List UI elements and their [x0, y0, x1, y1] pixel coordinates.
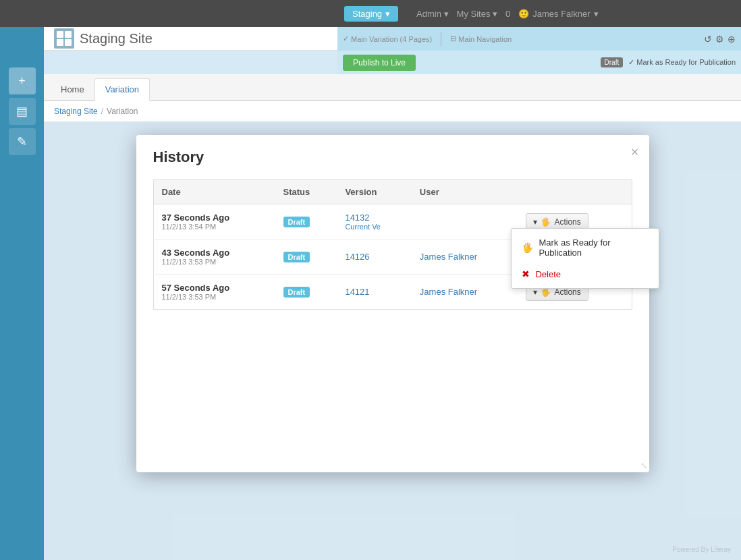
- row3-version-link[interactable]: 14121: [345, 287, 369, 297]
- row1-date-primary: 37 Seconds Ago: [162, 213, 267, 223]
- table-header-row: Date Status Version User: [153, 180, 632, 204]
- user-avatar-icon: 🙂: [518, 9, 529, 19]
- row2-draft-badge: Draft: [283, 252, 310, 262]
- user-menu[interactable]: 🙂 James Falkner ▾: [518, 9, 598, 19]
- main-variation-label: Main Variation (4 Pages): [351, 35, 432, 43]
- main-variation-check: ✓ Main Variation (4 Pages): [343, 34, 432, 43]
- mark-ready-text: ✓ Mark as Ready for Publication: [628, 58, 736, 67]
- row1-status: Draft: [275, 204, 337, 240]
- sidebar-icon-pages[interactable]: ▤: [9, 98, 36, 125]
- nav-tabs-bar: Home Variation: [44, 74, 741, 101]
- row2-date: 43 Seconds Ago 11/2/13 3:53 PM: [153, 240, 275, 275]
- user-name: James Falkner: [532, 9, 590, 19]
- delete-label: Delete: [535, 269, 561, 279]
- publish-button[interactable]: Publish to Live: [343, 55, 416, 71]
- staging-dropdown[interactable]: Staging ▾: [344, 6, 398, 22]
- row3-date-primary: 57 Seconds Ago: [162, 283, 267, 293]
- row1-dropdown: 🖐 Mark as Ready for Publication ✖ Delete: [511, 228, 659, 289]
- row2-user: James Falkner: [412, 240, 518, 275]
- row2-date-primary: 43 Seconds Ago: [162, 248, 267, 258]
- delete-icon: ✖: [522, 269, 530, 279]
- col-version: Version: [337, 180, 411, 204]
- row2-version-link[interactable]: 14126: [345, 252, 369, 262]
- row1-date-secondary: 11/2/13 3:54 PM: [162, 223, 267, 231]
- row2-version: 14126: [337, 240, 411, 275]
- mark-ready-icon: 🖐: [522, 242, 533, 253]
- row2-date-secondary: 11/2/13 3:53 PM: [162, 258, 267, 266]
- modal-close-button[interactable]: ×: [631, 145, 639, 159]
- row1-version: 14132 Current Ve: [337, 204, 411, 240]
- modal-title: History: [153, 148, 632, 166]
- logo-icon: [54, 28, 74, 49]
- row1-date: 37 Seconds Ago 11/2/13 3:54 PM: [153, 204, 275, 240]
- left-sidebar: + ▤ ✎: [0, 0, 44, 560]
- breadcrumb-staging-site[interactable]: Staging Site: [54, 107, 98, 116]
- history-modal: History × Date Status Version User: [136, 135, 649, 472]
- top-nav: Staging ▾ Admin ▾ My Sites ▾ 0 🙂 James F…: [0, 0, 741, 27]
- my-sites-menu[interactable]: My Sites ▾: [457, 9, 497, 19]
- tertiary-toolbar: Publish to Live Draft ✓ Mark as Ready fo…: [337, 51, 741, 74]
- content-area: Powered By Liferay History × Date Status…: [44, 121, 741, 560]
- mark-ready-item[interactable]: 🖐 Mark as Ready for Publication: [512, 232, 659, 263]
- row1-version-link[interactable]: 14132: [345, 213, 369, 223]
- row1-actions-chevron: ▾: [533, 217, 537, 227]
- site-name: Staging Site: [80, 31, 153, 47]
- row3-draft-badge: Draft: [283, 287, 310, 298]
- row3-status: Draft: [275, 275, 337, 310]
- row1-actions-cell: ▾ 🖐 Actions 🖐 Mark as Ready for Publicat…: [518, 204, 632, 240]
- table-row: 37 Seconds Ago 11/2/13 3:54 PM Draft 141…: [153, 204, 632, 240]
- notifications-count: 0: [505, 9, 510, 19]
- breadcrumb-separator: /: [101, 107, 103, 116]
- tab-variation[interactable]: Variation: [94, 78, 150, 101]
- settings-icon[interactable]: ⚙: [715, 34, 724, 45]
- row2-status: Draft: [275, 240, 337, 275]
- history-table: Date Status Version User 37 Seconds Ago …: [153, 179, 632, 310]
- staging-label: Staging: [352, 9, 382, 19]
- delete-item[interactable]: ✖ Delete: [512, 263, 659, 285]
- row3-version: 14121: [337, 275, 411, 310]
- breadcrumb: Staging Site / Variation: [44, 101, 741, 121]
- sidebar-icon-settings[interactable]: ✎: [9, 128, 36, 155]
- col-actions: [518, 180, 632, 204]
- refresh-icon[interactable]: ↺: [704, 34, 712, 45]
- row3-user: James Falkner: [412, 275, 518, 310]
- row1-version-note: Current Ve: [345, 223, 403, 231]
- row1-user: [412, 204, 518, 240]
- row3-date-secondary: 11/2/13 3:53 PM: [162, 293, 267, 301]
- row1-draft-badge: Draft: [283, 217, 310, 227]
- site-logo: Staging Site: [54, 28, 153, 49]
- admin-menu[interactable]: Admin ▾: [416, 9, 448, 19]
- row3-date: 57 Seconds Ago 11/2/13 3:53 PM: [153, 275, 275, 310]
- main-navigation-check: ⊟ Main Navigation: [450, 34, 512, 43]
- main-navigation-label: Main Navigation: [458, 35, 512, 43]
- modal-resize-handle[interactable]: ⤡: [640, 461, 647, 470]
- row3-user-link[interactable]: James Falkner: [420, 287, 477, 297]
- col-user: User: [412, 180, 518, 204]
- col-status: Status: [275, 180, 337, 204]
- mark-ready-label: Mark as Ready for Publication: [539, 237, 649, 258]
- draft-badge: Draft: [601, 57, 624, 67]
- col-date: Date: [153, 180, 275, 204]
- row1-actions-label: Actions: [554, 217, 580, 227]
- gear-icon[interactable]: ⊕: [728, 34, 736, 45]
- sidebar-icon-add[interactable]: +: [9, 67, 36, 94]
- tab-home[interactable]: Home: [51, 79, 94, 100]
- staging-chevron: ▾: [385, 9, 390, 19]
- row2-user-link[interactable]: James Falkner: [420, 252, 477, 262]
- check-icon: ✓: [343, 34, 349, 43]
- nav-icon: ⊟: [450, 34, 456, 43]
- breadcrumb-variation: Variation: [107, 107, 138, 116]
- modal-overlay: History × Date Status Version User: [44, 121, 741, 560]
- row1-actions-icon: 🖐: [541, 217, 551, 227]
- secondary-toolbar: ✓ Main Variation (4 Pages) ⊟ Main Naviga…: [337, 27, 741, 51]
